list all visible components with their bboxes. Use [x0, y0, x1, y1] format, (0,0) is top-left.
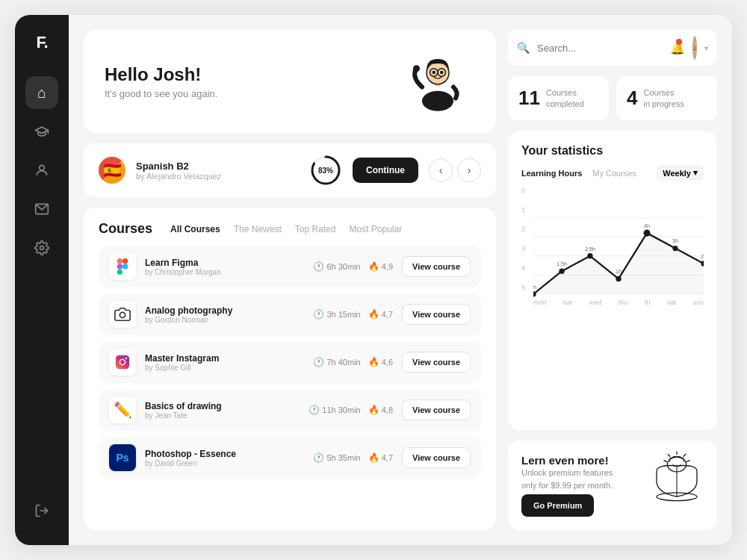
tab-top-rated[interactable]: Top Rated — [295, 224, 336, 234]
courses-section: Courses All Courses The Newest Top Rated… — [84, 208, 496, 530]
svg-rect-17 — [117, 264, 123, 269]
statistics-tabs: Learning Hours My Courses — [521, 169, 636, 178]
hero-avatar — [400, 48, 475, 115]
view-course-button-photography[interactable]: View course — [402, 304, 471, 325]
sidebar-item-courses[interactable] — [25, 115, 58, 148]
courses-header: Courses All Courses The Newest Top Rated… — [99, 221, 481, 237]
view-course-button-photoshop[interactable]: View course — [402, 447, 471, 468]
premium-title: Lern even more! — [521, 454, 642, 467]
premium-brain-icon — [650, 451, 704, 508]
sidebar-item-profile[interactable] — [25, 154, 58, 187]
svg-rect-19 — [117, 270, 123, 275]
course-name-figma: Learn Figma — [145, 258, 304, 268]
svg-text:4h: 4h — [644, 223, 650, 229]
course-progress-circle: 83% — [309, 154, 342, 187]
tab-most-popular[interactable]: Most Popular — [349, 224, 402, 234]
sidebar-logout-button[interactable] — [25, 494, 58, 527]
inprogress-label: Coursesin progress — [643, 87, 684, 109]
sidebar-item-messages[interactable] — [25, 193, 58, 225]
clock-icon: 🕐 — [313, 452, 324, 463]
svg-line-54 — [664, 461, 667, 462]
course-author-photoshop: by David Green — [145, 459, 304, 467]
rating-instagram: 🔥 4,6 — [368, 357, 393, 367]
view-course-button-instagram[interactable]: View course — [402, 352, 471, 373]
premium-card: Lern even more! Unlock premium featureso… — [508, 441, 717, 530]
rating-figma: 🔥 4,9 — [368, 261, 393, 272]
sidebar: F. ⌂ — [15, 15, 69, 545]
go-premium-button[interactable]: Go Premium — [521, 494, 594, 517]
top-bar: 🔍 🔔 ▾ — [508, 30, 717, 66]
table-row: Ps Photoshop - Essence by David Green 🕐 … — [99, 437, 481, 479]
search-input[interactable] — [537, 43, 663, 54]
svg-text:0h: 0h — [533, 284, 536, 290]
tab-all-courses[interactable]: All Courses — [170, 224, 220, 234]
sidebar-logo: F. — [36, 33, 47, 52]
course-meta-photoshop: 🕐 5h 35min 🔥 4,7 — [313, 452, 393, 463]
tab-my-courses[interactable]: My Courses — [592, 169, 636, 178]
svg-text:3h: 3h — [672, 237, 678, 244]
table-row: Analog photography by Gordon Norman 🕐 3h… — [99, 293, 481, 335]
course-icon-figma — [109, 253, 136, 280]
svg-text:1h: 1h — [616, 268, 622, 275]
sidebar-item-home[interactable]: ⌂ — [25, 76, 58, 109]
svg-point-37 — [643, 230, 650, 237]
course-name-drawing: Basics of drawing — [145, 401, 300, 411]
svg-point-25 — [694, 46, 695, 48]
svg-point-35 — [587, 253, 592, 258]
course-name-photoshop: Photoshop - Essence — [145, 449, 304, 459]
clock-icon: 🕐 — [313, 261, 324, 272]
course-author-photography: by Gordon Norman — [145, 316, 304, 324]
continue-button[interactable]: Continue — [353, 158, 418, 183]
svg-text:2,5h: 2,5h — [585, 246, 595, 252]
rating-drawing: 🔥 4,8 — [368, 405, 393, 415]
avatar-dropdown[interactable]: ▾ — [704, 44, 708, 52]
prev-arrow[interactable]: ‹ — [429, 158, 453, 182]
courses-list: Learn Figma by Christopher Morgan 🕐 6h 3… — [99, 246, 481, 479]
next-arrow[interactable]: › — [457, 158, 481, 182]
app-container: F. ⌂ — [15, 15, 732, 545]
progress-card: 🇪🇸 Spanish B2 by Alejandro Velazquez 83%… — [84, 143, 496, 197]
view-course-button-drawing[interactable]: View course — [402, 399, 471, 420]
svg-point-20 — [120, 312, 125, 317]
svg-rect-15 — [117, 258, 123, 264]
svg-rect-16 — [123, 258, 128, 264]
chart-area: 543210 — [521, 187, 704, 306]
statistics-card: Your statistics Learning Hours My Course… — [508, 131, 717, 430]
table-row: Learn Figma by Christopher Morgan 🕐 6h 3… — [99, 246, 481, 287]
tab-learning-hours[interactable]: Learning Hours — [521, 169, 582, 178]
course-icon-instagram — [109, 349, 136, 376]
tab-newest[interactable]: The Newest — [234, 224, 282, 234]
user-avatar[interactable] — [692, 36, 697, 60]
course-meta-drawing: 🕐 11h 30min 🔥 4,8 — [309, 405, 393, 415]
sidebar-item-settings[interactable] — [25, 231, 58, 264]
course-info-figma: Learn Figma by Christopher Morgan — [145, 258, 304, 276]
course-icon-photoshop: Ps — [109, 444, 136, 471]
course-info-photoshop: Photoshop - Essence by David Green — [145, 449, 304, 467]
course-flag: 🇪🇸 — [99, 157, 125, 184]
course-info-drawing: Basics of drawing by Jean Tate — [145, 401, 300, 420]
course-author-figma: by Christopher Morgan — [145, 268, 304, 276]
flame-icon: 🔥 — [368, 405, 379, 415]
flame-icon: 🔥 — [368, 357, 379, 367]
svg-rect-21 — [116, 355, 129, 369]
svg-point-12 — [413, 65, 420, 72]
svg-line-51 — [684, 455, 686, 457]
clock-icon: 🕐 — [313, 309, 324, 320]
course-author-instagram: by Sophie Gill — [145, 364, 304, 372]
chart-y-labels: 543210 — [521, 187, 532, 291]
weekly-filter[interactable]: Weekly ▾ — [657, 165, 704, 181]
notifications-button[interactable]: 🔔 — [670, 36, 685, 60]
svg-point-4 — [422, 91, 453, 111]
course-name-instagram: Master Instagram — [145, 353, 304, 364]
clock-icon: 🕐 — [309, 405, 320, 415]
course-author: by Alejandro Velazquez — [136, 172, 299, 181]
stats-summary-row: 11 Coursescompleted 4 Coursesin progress — [508, 76, 717, 120]
course-author-drawing: by Jean Tate — [145, 411, 300, 420]
search-icon: 🔍 — [517, 42, 530, 54]
table-row: Master Instagram by Sophie Gill 🕐 7h 40m… — [99, 341, 481, 383]
svg-text:2h: 2h — [701, 253, 704, 260]
course-info: Spanish B2 by Alejandro Velazquez — [136, 161, 299, 181]
view-course-button-figma[interactable]: View course — [402, 256, 471, 277]
course-icon-drawing: ✏️ — [109, 396, 136, 423]
svg-point-23 — [125, 358, 127, 359]
